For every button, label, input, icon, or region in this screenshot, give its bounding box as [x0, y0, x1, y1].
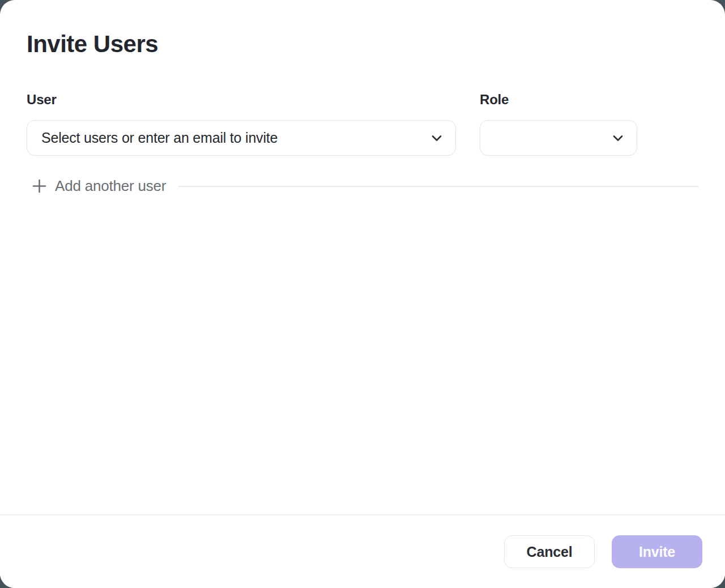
invite-form-row: User Select users or enter an email to i…	[27, 92, 698, 156]
add-another-user-button[interactable]: Add another user	[27, 177, 166, 195]
invite-button[interactable]: Invite	[612, 535, 702, 568]
user-field-group: User Select users or enter an email to i…	[27, 92, 456, 156]
user-select-placeholder: Select users or enter an email to invite	[41, 130, 278, 146]
horizontal-rule	[178, 186, 698, 187]
invite-users-modal: Invite Users User Select users or enter …	[0, 0, 725, 588]
modal-content: Invite Users User Select users or enter …	[0, 31, 725, 195]
chevron-down-icon	[430, 132, 443, 144]
add-another-user-label: Add another user	[55, 177, 166, 195]
user-select[interactable]: Select users or enter an email to invite	[27, 120, 456, 156]
page-title: Invite Users	[27, 31, 698, 58]
chevron-down-icon	[612, 132, 624, 144]
plus-icon	[32, 178, 47, 194]
user-field-label: User	[27, 92, 456, 108]
role-select[interactable]	[480, 120, 637, 156]
cancel-button[interactable]: Cancel	[504, 535, 595, 568]
modal-footer: Cancel Invite	[0, 514, 725, 588]
role-field-label: Role	[480, 92, 637, 108]
role-field-group: Role	[480, 92, 637, 156]
add-another-user-row: Add another user	[27, 177, 698, 195]
